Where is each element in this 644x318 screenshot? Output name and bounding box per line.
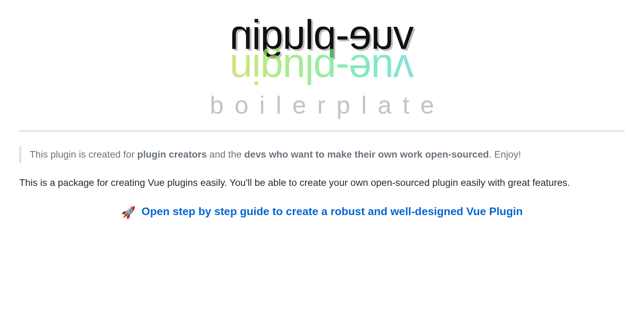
logo-line3-boilerplate: boilerplate [19,90,625,120]
logo-line2-rainbow-flipped: vue-plugin [19,49,625,90]
intro-blockquote: This plugin is created for plugin creato… [19,146,625,163]
readme-container: vue-plugin vue-plugin boilerplate This p… [19,14,625,219]
guide-heading: 🚀 Open step by step guide to create a ro… [19,205,625,219]
blockquote-text-mid: and the [207,149,244,160]
blockquote-text-pre: This plugin is created for [30,149,137,160]
blockquote-strong1: plugin creators [137,149,207,160]
blockquote-strong2: devs who want to make their own work ope… [244,149,489,160]
blockquote-text-post: . Enjoy! [489,149,521,160]
description-paragraph: This is a package for creating Vue plugi… [19,176,625,190]
guide-link[interactable]: Open step by step guide to create a robu… [141,205,523,218]
logo-block: vue-plugin vue-plugin boilerplate [19,14,625,132]
rocket-icon: 🚀 [121,205,136,219]
